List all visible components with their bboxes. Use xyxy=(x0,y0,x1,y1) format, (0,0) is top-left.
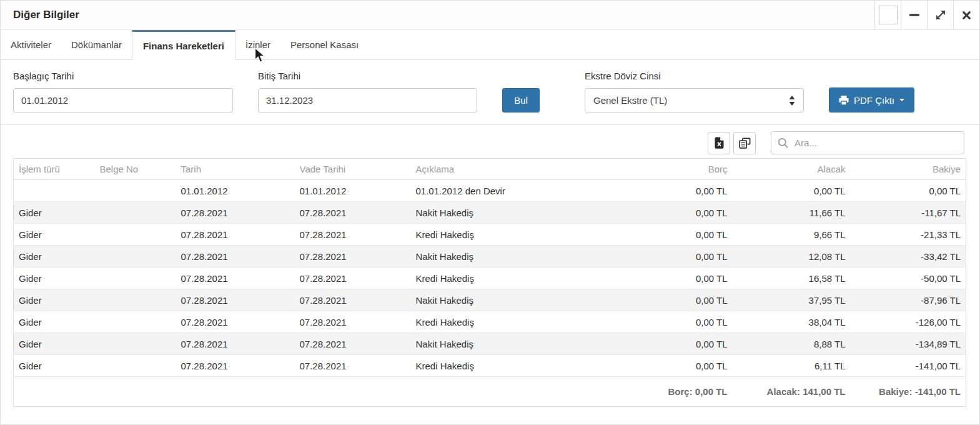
copy-button[interactable] xyxy=(733,132,756,154)
tab-izinler[interactable]: İzinler xyxy=(235,30,280,59)
currency-select[interactable]: Genel Ekstre (TL) xyxy=(585,88,804,112)
table-cell: Gider xyxy=(14,202,95,224)
currency-group: Ekstre Döviz Cinsi Genel Ekstre (TL) xyxy=(585,71,829,112)
table-cell: Nakit Hakediş xyxy=(411,333,646,355)
table-cell: Nakit Hakediş xyxy=(411,289,646,311)
start-date-label: Başlagıç Tarihi xyxy=(13,71,258,81)
table-cell: Gider xyxy=(14,224,95,246)
table-cell xyxy=(95,246,176,268)
table-cell: 07.28.2021 xyxy=(295,311,411,333)
table-cell: Gider xyxy=(14,289,95,311)
table-header: İşlem türü Belge No Tarih Vade Tarihi Aç… xyxy=(14,159,966,180)
table-cell: Kredi Hakediş xyxy=(411,268,646,289)
col-vade-tarihi[interactable]: Vade Tarihi xyxy=(295,159,411,180)
col-aciklama[interactable]: Açıklama xyxy=(411,159,646,180)
table-cell: 37,95 TL xyxy=(733,289,851,311)
copy-pages-icon xyxy=(739,138,751,149)
col-borc[interactable]: Borç xyxy=(646,159,733,180)
currency-label: Ekstre Döviz Cinsi xyxy=(585,71,829,81)
table-row[interactable]: Gider07.28.202107.28.2021Kredi Hakediş0,… xyxy=(14,311,966,333)
currency-selected-value: Genel Ekstre (TL) xyxy=(593,95,667,106)
table-cell: 0,00 TL xyxy=(646,268,733,289)
table-cell: 11,66 TL xyxy=(733,202,851,224)
table-cell: -33,42 TL xyxy=(851,246,966,268)
col-bakiye[interactable]: Bakiye xyxy=(851,159,966,180)
expand-diagonal-arrows-icon xyxy=(936,10,946,20)
table-cell: Kredi Hakediş xyxy=(411,311,646,333)
tab-label: Aktiviteler xyxy=(11,39,51,50)
table-cell: 07.28.2021 xyxy=(176,289,295,311)
finance-table-wrap: İşlem türü Belge No Tarih Vade Tarihi Aç… xyxy=(13,158,964,407)
tab-label: Personel Kasası xyxy=(290,39,359,50)
table-cell: 07.28.2021 xyxy=(176,246,295,268)
table-cell: 8,88 TL xyxy=(733,333,851,355)
minimize-button[interactable] xyxy=(901,1,927,29)
table-row[interactable]: 01.01.201201.01.201201.01.2012 den Devir… xyxy=(14,180,966,202)
table-row[interactable]: Gider07.28.202107.28.2021Kredi Hakediş0,… xyxy=(14,268,966,289)
tab-aktiviteler[interactable]: Aktiviteler xyxy=(1,30,61,59)
table-cell: Gider xyxy=(14,268,95,289)
close-button[interactable] xyxy=(953,1,979,29)
table-cell: 07.28.2021 xyxy=(295,268,411,289)
end-date-group: Bitiş Tarihi xyxy=(258,71,502,112)
table-cell xyxy=(95,333,176,355)
table-row[interactable]: Gider07.28.202107.28.2021Nakit Hakediş0,… xyxy=(14,246,966,268)
caret-down-icon xyxy=(899,99,904,101)
col-belge-no[interactable]: Belge No xyxy=(95,159,176,180)
table-cell: 6,11 TL xyxy=(733,355,851,377)
table-row[interactable]: Gider07.28.202107.28.2021Nakit Hakediş0,… xyxy=(14,289,966,311)
table-cell: 07.28.2021 xyxy=(176,224,295,246)
table-row[interactable]: Gider07.28.202107.28.2021Nakit Hakediş0,… xyxy=(14,333,966,355)
blank-square-button[interactable] xyxy=(874,1,901,29)
table-cell: 12,08 TL xyxy=(733,246,851,268)
end-date-input[interactable] xyxy=(258,88,477,112)
table-row[interactable]: Gider07.28.202107.28.2021Kredi Hakediş0,… xyxy=(14,355,966,377)
table-cell: 0,00 TL xyxy=(733,180,851,202)
tab-personel-kasasi[interactable]: Personel Kasası xyxy=(280,30,369,59)
table-cell: Gider xyxy=(14,311,95,333)
table-cell: -50,00 TL xyxy=(851,268,966,289)
pdf-output-button[interactable]: PDF Çıktı xyxy=(829,88,914,112)
total-alacak: Alacak: 141,00 TL xyxy=(733,377,851,407)
table-cell: -87,96 TL xyxy=(851,289,966,311)
table-cell: -141,00 TL xyxy=(851,355,966,377)
search-wrap xyxy=(771,131,964,154)
table-cell: -21,33 TL xyxy=(851,224,966,246)
table-cell: 07.28.2021 xyxy=(176,268,295,289)
table-cell: 0,00 TL xyxy=(646,246,733,268)
table-cell xyxy=(14,180,95,202)
table-cell: 07.28.2021 xyxy=(176,311,295,333)
finance-table-body: 01.01.201201.01.201201.01.2012 den Devir… xyxy=(14,180,966,377)
table-cell: Gider xyxy=(14,246,95,268)
printer-icon xyxy=(839,96,849,105)
table-cell: Gider xyxy=(14,355,95,377)
col-alacak[interactable]: Alacak xyxy=(733,159,851,180)
table-cell: 01.01.2012 xyxy=(295,180,411,202)
table-cell: 9,66 TL xyxy=(733,224,851,246)
table-cell: 0,00 TL xyxy=(646,333,733,355)
excel-export-button[interactable] xyxy=(708,132,730,154)
tab-dokumanlar[interactable]: Dökümanlar xyxy=(61,30,132,59)
window-controls xyxy=(874,1,979,29)
tab-finans-hareketleri[interactable]: Finans Hareketleri xyxy=(132,30,235,60)
table-cell: 0,00 TL xyxy=(646,202,733,224)
table-cell: 07.28.2021 xyxy=(295,246,411,268)
table-cell: 01.01.2012 xyxy=(176,180,295,202)
total-bakiye: Bakiye: -141,00 TL xyxy=(851,377,966,407)
expand-button[interactable] xyxy=(927,1,953,29)
search-input[interactable] xyxy=(771,131,964,154)
table-cell: 0,00 TL xyxy=(851,180,966,202)
table-row[interactable]: Gider07.28.202107.28.2021Kredi Hakediş0,… xyxy=(14,224,966,246)
table-row[interactable]: Gider07.28.202107.28.2021Nakit Hakediş0,… xyxy=(14,202,966,224)
table-cell: 07.28.2021 xyxy=(295,289,411,311)
find-button[interactable]: Bul xyxy=(502,88,540,112)
search-icon xyxy=(778,138,789,149)
col-islem-turu[interactable]: İşlem türü xyxy=(14,159,95,180)
totals-row: Borç: 0,00 TL Alacak: 141,00 TL Bakiye: … xyxy=(14,377,966,407)
start-date-input[interactable] xyxy=(13,88,233,112)
table-cell: -11,67 TL xyxy=(851,202,966,224)
table-cell: -134,89 TL xyxy=(851,333,966,355)
table-cell: 0,00 TL xyxy=(646,289,733,311)
col-tarih[interactable]: Tarih xyxy=(176,159,295,180)
table-cell: 07.28.2021 xyxy=(176,355,295,377)
